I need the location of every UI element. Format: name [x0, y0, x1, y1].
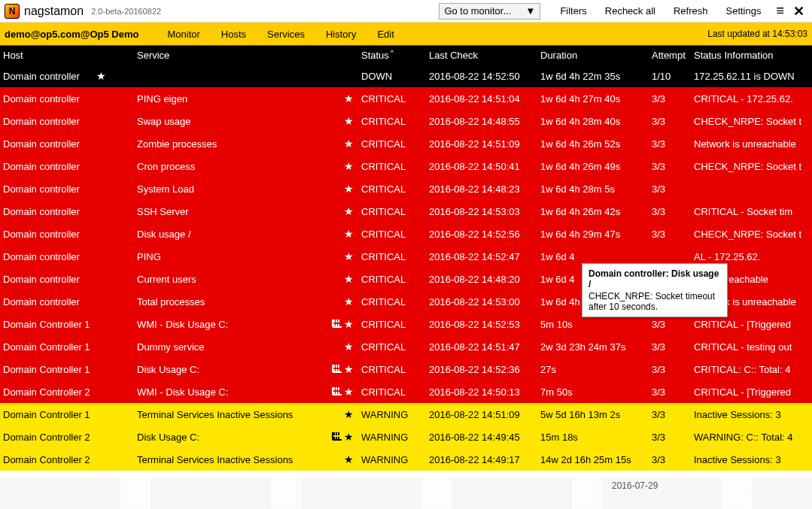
filters-button[interactable]: Filters [560, 5, 586, 17]
host-label: Domain controller [3, 229, 80, 240]
cell-info: Inactive Sessions: 3 [691, 454, 812, 465]
graph-icon[interactable] [332, 386, 342, 398]
star-icon[interactable]: ★ [344, 92, 354, 105]
cell-status: CRITICAL [358, 274, 426, 285]
col-header-attempt[interactable]: Attempt [649, 50, 691, 61]
cell-service: SSH Server [134, 206, 321, 217]
cell-status: CRITICAL [358, 183, 426, 195]
cell-icons: ★ [321, 295, 358, 308]
hamburger-menu-icon[interactable]: ≡ [776, 3, 784, 19]
star-icon[interactable]: ★ [344, 160, 354, 172]
host-label: Domain Controller 1 [3, 409, 90, 420]
cell-icons: ★ [321, 386, 358, 398]
cell-icons: ★ [321, 228, 358, 240]
cell-host: Domain Controller 1 [0, 341, 134, 353]
host-label: Domain controller [3, 206, 80, 217]
cell-status: WARNING [358, 454, 426, 465]
cell-status: WARNING [358, 409, 426, 420]
cell-status: CRITICAL [358, 138, 426, 150]
close-icon[interactable]: ✕ [793, 3, 804, 20]
star-icon[interactable]: ★ [344, 205, 354, 217]
col-header-host[interactable]: Host [0, 50, 134, 61]
host-label: Domain Controller 2 [3, 454, 90, 465]
table-row[interactable]: Domain Controller 1Dummy service★CRITICA… [0, 335, 812, 358]
tooltip: Domain controller: Disk usage / CHECK_NR… [582, 263, 728, 317]
col-header-lastcheck[interactable]: Last Check [426, 50, 537, 61]
star-icon[interactable]: ★ [344, 453, 354, 465]
cell-lastcheck: 2016-08-22 14:52:56 [426, 229, 537, 240]
cell-duration: 5w 5d 16h 13m 2s [537, 409, 649, 420]
cell-service: PING eigen [134, 93, 321, 105]
col-header-status-label: Status [361, 50, 389, 62]
server-menu-edit[interactable]: Edit [377, 29, 394, 40]
star-icon[interactable]: ★ [344, 318, 354, 330]
col-header-info[interactable]: Status Information [691, 50, 812, 61]
server-menu-services[interactable]: Services [267, 29, 305, 40]
cell-service: Cron process [134, 161, 321, 172]
table-row[interactable]: Domain controllerSSH Server★CRITICAL2016… [0, 200, 812, 223]
table-row[interactable]: Domain controllerSystem Load★CRITICAL201… [0, 177, 812, 200]
col-header-duration[interactable]: Duration [537, 50, 649, 61]
cell-lastcheck: 2016-08-22 14:50:41 [426, 161, 537, 172]
cell-icons: ★ [321, 341, 358, 353]
recheck-all-button[interactable]: Recheck all [605, 5, 655, 17]
cell-attempt: 3/3 [649, 341, 691, 353]
star-icon[interactable]: ★ [344, 250, 354, 262]
top-toolbar: N nagstamon 2.0-beta-20160822 Go to moni… [0, 0, 812, 23]
cell-icons: ★ [321, 92, 358, 105]
star-icon[interactable]: ★ [344, 183, 354, 195]
star-icon[interactable]: ★ [344, 431, 354, 443]
cell-status: CRITICAL [358, 364, 426, 375]
server-menu-history[interactable]: History [326, 29, 356, 40]
table-row[interactable]: Domain controllerCron process★CRITICAL20… [0, 155, 812, 177]
star-icon[interactable]: ★ [344, 228, 354, 240]
refresh-button[interactable]: Refresh [674, 5, 708, 17]
table-row[interactable]: Domain controllerDisk usage /★CRITICAL20… [0, 223, 812, 245]
table-row[interactable]: Domain controllerPING eigen★CRITICAL2016… [0, 87, 812, 110]
cell-attempt: 3/3 [649, 432, 691, 443]
graph-icon[interactable] [332, 432, 342, 443]
cell-status: CRITICAL [358, 319, 426, 330]
star-icon[interactable]: ★ [344, 295, 354, 308]
star-icon[interactable]: ★ [344, 341, 354, 353]
settings-button[interactable]: Settings [726, 5, 762, 17]
cell-host: Domain controller [0, 93, 134, 105]
cell-info: WARNING: C:: Total: 4 [691, 432, 812, 443]
table-row[interactable]: Domain Controller 2Terminal Services Ina… [0, 448, 812, 471]
star-icon[interactable]: ★ [344, 408, 354, 420]
star-icon[interactable]: ★ [344, 115, 354, 127]
cell-host: Domain controller [0, 206, 134, 217]
cell-attempt: 3/3 [649, 409, 691, 420]
table-row[interactable]: Domain Controller 2Disk Usage C:★WARNING… [0, 426, 812, 448]
cell-icons: ★ [321, 453, 358, 465]
cell-icons: ★ [321, 115, 358, 127]
star-icon[interactable]: ★ [344, 363, 354, 375]
table-row[interactable]: Domain Controller 2WMI - Disk Usage C:★C… [0, 380, 812, 403]
cell-attempt: 3/3 [649, 93, 691, 105]
star-icon[interactable]: ★ [344, 386, 354, 398]
cell-service: Terminal Services Inactive Sessions [134, 409, 321, 420]
server-menu-hosts[interactable]: Hosts [221, 29, 246, 40]
server-menu-monitor[interactable]: Monitor [168, 29, 200, 40]
star-icon[interactable]: ★ [344, 273, 354, 285]
col-header-service[interactable]: Service [134, 50, 321, 61]
server-name[interactable]: demo@op5.com@Op5 Demo [5, 29, 139, 40]
table-row[interactable]: Domain controllerZombie processes★CRITIC… [0, 132, 812, 155]
go-to-monitor-select[interactable]: Go to monitor... ▼ [439, 3, 540, 20]
table-row[interactable]: Domain Controller 1Disk Usage C:★CRITICA… [0, 358, 812, 380]
table-row[interactable]: Domain Controller 1Terminal Services Ina… [0, 403, 812, 426]
graph-icon[interactable] [332, 319, 342, 330]
star-icon[interactable]: ★ [344, 138, 354, 150]
last-updated-text: Last updated at 14:53:03 [707, 29, 807, 39]
cell-lastcheck: 2016-08-22 14:50:13 [426, 386, 537, 398]
table-row[interactable]: Domain controllerSwap usage★CRITICAL2016… [0, 110, 812, 132]
app-version: 2.0-beta-20160822 [91, 7, 161, 16]
col-header-status[interactable]: Status^ [358, 49, 426, 61]
cell-info: CRITICAL - [Triggered [691, 386, 812, 398]
table-row[interactable]: Domain controller ★DOWN2016-08-22 14:52:… [0, 65, 812, 87]
cell-service: WMI - Disk Usage C: [134, 319, 321, 330]
cell-host: Domain Controller 1 [0, 319, 134, 330]
cell-duration: 5m 10s [537, 319, 649, 330]
graph-icon[interactable] [332, 364, 342, 375]
cell-service: Disk Usage C: [134, 364, 321, 375]
